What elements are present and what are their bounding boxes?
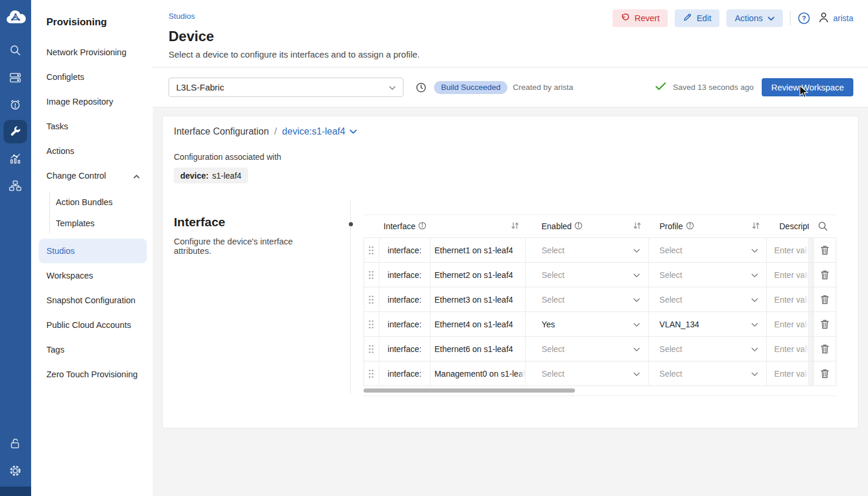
horizontal-scrollbar-thumb[interactable] <box>364 388 575 393</box>
delete-row-button[interactable] <box>813 312 836 336</box>
profile-select[interactable]: Select <box>649 263 768 287</box>
sidebar-item-workspaces[interactable]: Workspaces <box>31 263 153 288</box>
main-area: Studios Device Select a device to config… <box>153 0 868 496</box>
description-input[interactable] <box>767 246 808 255</box>
studio-breadcrumb: Interface Configuration / device:s1-leaf… <box>174 126 858 137</box>
interface-key-label: interface: <box>379 337 430 361</box>
table-search-icon[interactable] <box>809 221 836 232</box>
interface-value: Management0 on s1-leaf4 <box>430 361 526 386</box>
settings-gear-icon[interactable] <box>4 459 27 482</box>
delete-row-button[interactable] <box>813 238 836 262</box>
edit-button[interactable]: Edit <box>675 9 719 27</box>
description-input-cell <box>767 263 808 287</box>
description-input[interactable] <box>767 344 808 354</box>
profile-select[interactable]: Select <box>649 238 768 262</box>
enabled-select[interactable]: Select <box>526 238 649 262</box>
table-scroll-gutter <box>808 263 813 287</box>
enabled-select[interactable]: Select <box>526 361 649 386</box>
delete-row-button[interactable] <box>813 287 836 311</box>
sidebar-item-action-bundles[interactable]: Action Bundles <box>50 192 153 213</box>
description-input[interactable] <box>767 270 808 280</box>
drag-handle[interactable] <box>364 312 379 336</box>
description-input-cell <box>767 238 808 262</box>
profile-select[interactable]: VLAN_134 <box>649 312 768 336</box>
enabled-select[interactable]: Select <box>526 263 649 287</box>
chevron-down-icon <box>633 295 640 304</box>
drag-handle[interactable] <box>364 287 379 311</box>
events-alarm-icon[interactable] <box>4 93 27 116</box>
profile-select[interactable]: Select <box>649 337 768 361</box>
interface-key-label: interface: <box>379 361 430 386</box>
sort-icon[interactable] <box>510 222 520 232</box>
chevron-down-icon <box>349 126 357 137</box>
sidebar-item-studios[interactable]: Studios <box>39 239 147 263</box>
icon-rail <box>0 0 31 496</box>
description-input[interactable] <box>767 369 808 378</box>
info-icon[interactable] <box>686 222 694 232</box>
drag-handle[interactable] <box>364 361 379 386</box>
info-icon[interactable] <box>574 222 583 232</box>
sidebar-item-templates[interactable]: Templates <box>50 213 153 234</box>
dashboards-metrics-icon[interactable] <box>4 147 27 170</box>
sort-icon[interactable] <box>751 222 761 232</box>
info-icon[interactable] <box>418 222 426 232</box>
cloudvision-logo-icon[interactable] <box>5 8 26 29</box>
actions-dropdown-button[interactable]: Actions <box>726 9 783 27</box>
sidebar-item-zero-touch-provisioning[interactable]: Zero Touch Provisioning <box>31 362 153 387</box>
breadcrumb-studios-link[interactable]: Studios <box>169 12 195 21</box>
device-tag: device: s1-leaf4 <box>174 167 248 183</box>
devices-icon[interactable] <box>4 66 27 89</box>
chevron-down-icon <box>633 246 640 255</box>
description-input[interactable] <box>767 295 808 304</box>
revert-button[interactable]: Revert <box>613 9 668 27</box>
sidebar-item-tags[interactable]: Tags <box>31 337 153 362</box>
delete-row-button[interactable] <box>813 361 836 386</box>
delete-row-button[interactable] <box>813 263 836 287</box>
header-divider <box>790 11 790 25</box>
drag-handle[interactable] <box>364 263 379 287</box>
enabled-select[interactable]: Select <box>526 337 649 361</box>
created-by-label: Created by arista <box>513 83 573 92</box>
device-selector[interactable]: device:s1-leaf4 <box>282 126 357 137</box>
help-icon[interactable]: ? <box>798 12 810 25</box>
description-input[interactable] <box>767 320 808 329</box>
workspace-select[interactable]: L3LS-Fabric <box>169 78 403 97</box>
interface-row: interface: Ethernet4 on s1-leaf4 Yes VLA… <box>364 312 836 337</box>
sidebar-item-tasks[interactable]: Tasks <box>31 114 153 139</box>
column-header-enabled[interactable]: Enabled <box>526 222 649 232</box>
sidebar-item-change-control[interactable]: Change Control <box>31 163 153 188</box>
provisioning-wrench-icon[interactable] <box>4 120 27 143</box>
profile-select[interactable]: Select <box>649 287 768 311</box>
chevron-down-icon <box>751 344 758 354</box>
change-control-sublist: Action Bundles Templates <box>49 192 153 234</box>
sidebar-item-actions[interactable]: Actions <box>31 139 153 163</box>
profile-select[interactable]: Select <box>649 361 768 386</box>
sidebar-item-network-provisioning[interactable]: Network Provisioning <box>31 40 153 65</box>
delete-row-button[interactable] <box>813 337 836 361</box>
history-clock-icon[interactable] <box>416 82 426 93</box>
rail-footer-strip <box>0 487 31 496</box>
chevron-down-icon <box>633 320 640 329</box>
sidebar-item-snapshot-configuration[interactable]: Snapshot Configuration <box>31 288 153 313</box>
sidebar-item-public-cloud-accounts[interactable]: Public Cloud Accounts <box>31 313 153 337</box>
lock-icon[interactable] <box>4 432 27 455</box>
workspace-bar: L3LS-Fabric Build Succeeded Created by a… <box>153 68 868 108</box>
sidebar-item-image-repository[interactable]: Image Repository <box>31 89 153 114</box>
table-scroll-gutter <box>808 287 813 311</box>
enabled-select[interactable]: Select <box>526 287 649 311</box>
column-header-profile[interactable]: Profile <box>649 222 768 232</box>
column-header-description[interactable]: Description <box>768 222 809 231</box>
sidebar-item-configlets[interactable]: Configlets <box>31 65 153 89</box>
user-menu[interactable]: arista <box>817 11 853 26</box>
review-workspace-button[interactable]: Review Workspace <box>762 78 853 96</box>
drag-handle[interactable] <box>364 337 379 361</box>
device-tag-key: device: <box>180 171 208 180</box>
section-info: Interface Configure the device's interfa… <box>174 200 350 394</box>
enabled-select[interactable]: Yes <box>526 312 649 336</box>
topology-icon[interactable] <box>4 174 27 197</box>
sort-icon[interactable] <box>633 222 642 232</box>
chevron-down-icon <box>389 82 396 92</box>
drag-handle[interactable] <box>364 238 379 262</box>
column-header-interface[interactable]: Interface <box>364 222 526 232</box>
search-icon[interactable] <box>4 39 27 62</box>
